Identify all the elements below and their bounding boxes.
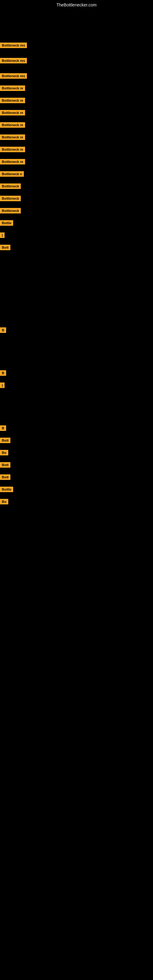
bottleneck-badge: Bott bbox=[0, 462, 10, 468]
bottleneck-badge: Bottleneck re bbox=[0, 147, 25, 152]
bottleneck-badge: Bottleneck re bbox=[0, 86, 25, 91]
bottleneck-badge: Bo bbox=[0, 450, 8, 455]
bottleneck-badge: Bottleneck n bbox=[0, 171, 24, 177]
bottleneck-badge: Bo bbox=[0, 499, 8, 504]
bottleneck-badge: Bottleneck res bbox=[0, 58, 27, 64]
bottleneck-badge: Bottleneck res bbox=[0, 43, 27, 48]
bottleneck-badge: Bottleneck re bbox=[0, 110, 25, 115]
bottleneck-badge: | bbox=[0, 382, 5, 388]
bottleneck-badge: Bottleneck re bbox=[0, 122, 25, 128]
bottleneck-badge: Bottleneck res bbox=[0, 73, 27, 79]
bottleneck-badge: Bottleneck bbox=[0, 196, 21, 201]
bottleneck-badge: Bottleneck re bbox=[0, 98, 25, 103]
bottleneck-badge: Bottleneck re bbox=[0, 134, 25, 140]
bottleneck-badge: Bottle bbox=[0, 220, 13, 226]
bottleneck-badge: Bott bbox=[0, 474, 10, 480]
bottleneck-badge: B bbox=[0, 425, 6, 431]
bottleneck-badge: B bbox=[0, 370, 6, 376]
bottleneck-badge: Bott bbox=[0, 245, 10, 250]
bottleneck-badge: Bottleneck re bbox=[0, 159, 25, 164]
bottleneck-badge: Bottleneck bbox=[0, 183, 21, 189]
bottleneck-badge: Bottleneck bbox=[0, 208, 21, 213]
bottleneck-badge: Bott bbox=[0, 438, 10, 443]
bottleneck-badge: | bbox=[0, 232, 5, 238]
site-title: TheBottlenecker.com bbox=[0, 0, 153, 9]
bottleneck-badge: B bbox=[0, 328, 6, 333]
bottleneck-badge: Bottle bbox=[0, 487, 13, 492]
